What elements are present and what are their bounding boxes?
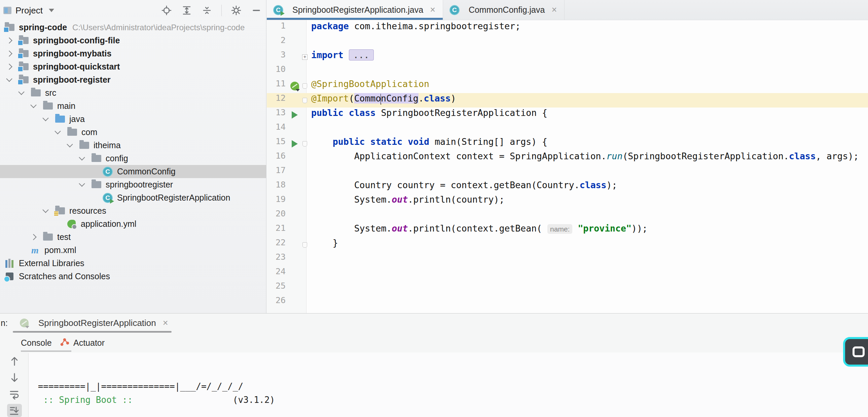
tree-item-main[interactable]: main	[0, 100, 266, 112]
code-text: }	[311, 238, 338, 248]
tree-item-com[interactable]: com	[0, 126, 266, 139]
run-header-row: n: SpringbootRegisterApplication×	[0, 313, 868, 332]
down-stacktrace-icon[interactable]	[7, 371, 22, 384]
line-number: 22	[267, 238, 286, 247]
tree-item-pom-xml[interactable]: mpom.xml	[0, 244, 266, 257]
code-text: Country country = context.getBean(Countr…	[311, 180, 617, 190]
code-text: package com.itheima.springbootregister;	[311, 21, 521, 31]
chevron-expanded-icon[interactable]	[42, 115, 49, 121]
chevron-collapsed-icon[interactable]	[30, 234, 36, 240]
locate-opened-file-icon[interactable]	[161, 5, 172, 16]
project-view-selector[interactable]: Project	[16, 5, 43, 16]
fold-marker-icon[interactable]	[301, 79, 309, 93]
screen-recorder-overlay-button[interactable]	[843, 337, 868, 367]
chevron-expanded-icon[interactable]	[79, 154, 85, 160]
code-line-2: 2	[267, 35, 868, 50]
tree-item-springbootregister[interactable]: springbootregister	[0, 178, 266, 191]
line-number: 14	[267, 122, 286, 132]
run-label: n:	[1, 313, 8, 332]
chevron-expanded-icon[interactable]	[79, 180, 85, 186]
close-icon[interactable]: ×	[430, 5, 435, 15]
editor-tab-commonconfig-java[interactable]: CCommonConfig.java×	[443, 0, 564, 20]
line-number: 3	[267, 50, 286, 60]
tree-item-test[interactable]: test	[0, 231, 266, 244]
line-number: 19	[267, 194, 286, 204]
fold-expand-icon[interactable]: +	[301, 50, 309, 64]
tree-item-springboot-mybatis[interactable]: springboot-mybatis	[0, 47, 266, 60]
close-icon[interactable]: ×	[551, 5, 557, 15]
code-text: @Import(CommonConfig.class)	[311, 93, 456, 104]
run-gutter-icon[interactable]	[288, 107, 301, 122]
tree-item-springboot-config-file[interactable]: springboot-config-file	[0, 34, 266, 47]
tree-item-java[interactable]: java	[0, 112, 266, 126]
chevron-expanded-icon[interactable]	[30, 102, 36, 108]
editor-tab-label: SpringbootRegisterApplication.java	[292, 5, 423, 15]
tree-item-label: test	[57, 232, 71, 242]
chevron-expanded-icon[interactable]	[42, 207, 49, 213]
project-root-path: C:\Users\Administrator\ideaProjects\spri…	[72, 23, 245, 32]
folded-imports[interactable]: ...	[349, 49, 374, 61]
soft-wrap-icon[interactable]	[7, 387, 22, 401]
expand-all-icon[interactable]	[181, 5, 192, 16]
tree-item-springbootregisterapplication[interactable]: CSpringbootRegisterApplication	[0, 191, 266, 204]
package-icon	[79, 140, 90, 151]
chevron-expanded-icon[interactable]	[67, 141, 73, 147]
spring-bean-gutter-icon[interactable]	[288, 79, 301, 93]
tree-item-application-yml[interactable]: application.yml	[0, 217, 266, 231]
tree-item-springboot-register[interactable]: springboot-register	[0, 73, 266, 86]
chevron-collapsed-icon[interactable]	[6, 64, 12, 70]
tree-item-label: resources	[69, 206, 106, 216]
line-number: 17	[267, 165, 286, 175]
code-line-12: 12@Import(CommonConfig.class)	[267, 93, 868, 107]
scroll-to-end-icon[interactable]	[7, 404, 22, 417]
run-tab-underline	[13, 331, 172, 333]
tree-item-spring-code[interactable]: spring-codeC:\Users\Administrator\ideaPr…	[0, 21, 266, 34]
line-number: 10	[267, 64, 286, 74]
code-line-3: 3+import ...	[267, 50, 868, 64]
hide-panel-icon[interactable]	[251, 5, 262, 16]
run-tab-label: SpringbootRegisterApplication	[38, 318, 156, 328]
settings-gear-icon[interactable]	[230, 5, 242, 16]
up-stacktrace-icon[interactable]	[7, 354, 22, 368]
tree-item-resources[interactable]: resources	[0, 204, 266, 217]
toolbar-separator	[221, 5, 222, 16]
chevron-collapsed-icon[interactable]	[6, 50, 12, 57]
parameter-hint: name:	[547, 224, 572, 234]
run-configuration-tab[interactable]: SpringbootRegisterApplication×	[13, 313, 174, 332]
chevron-expanded-icon[interactable]	[6, 76, 12, 82]
module-icon	[18, 62, 29, 72]
tree-item-label: config	[106, 153, 128, 163]
tree-item-commonconfig[interactable]: CCommonConfig	[0, 165, 266, 178]
tree-item-external-libraries[interactable]: External Libraries	[0, 257, 266, 270]
fold-marker-icon[interactable]	[301, 93, 309, 107]
code-text: public static void main(String[] args) {	[311, 136, 547, 147]
code-line-14: 14	[267, 122, 868, 136]
tab-actuator[interactable]: Actuator	[60, 333, 105, 352]
fold-marker-icon[interactable]	[301, 136, 309, 151]
tree-item-label: com	[82, 127, 97, 137]
fold-marker-icon[interactable]	[301, 238, 309, 252]
tree-item-src[interactable]: src	[0, 86, 266, 100]
chevron-expanded-icon[interactable]	[18, 89, 24, 95]
tree-item-label: java	[69, 114, 85, 124]
chevron-expanded-icon[interactable]	[55, 128, 61, 134]
tree-item-itheima[interactable]: itheima	[0, 139, 266, 152]
tree-item-config[interactable]: config	[0, 152, 266, 165]
run-gutter-icon[interactable]	[288, 136, 301, 151]
chevron-collapsed-icon[interactable]	[6, 37, 12, 43]
tab-console[interactable]: Console	[21, 333, 52, 352]
collapse-all-icon[interactable]	[201, 5, 213, 16]
console-output[interactable]: =========|_|==============|___/=/_/_/_/ …	[29, 352, 868, 417]
tree-item-springboot-quickstart[interactable]: springboot-quickstart	[0, 60, 266, 73]
folder-java-icon	[55, 114, 65, 125]
resources-icon	[55, 206, 65, 216]
ide-window: Project spring-c	[0, 0, 868, 417]
close-icon[interactable]: ×	[163, 318, 168, 328]
editor-tab-springbootregisterapplication-java[interactable]: CSpringbootRegisterApplication.java×	[267, 0, 443, 20]
tree-item-scratches-and-consoles[interactable]: Scratches and Consoles	[0, 270, 266, 283]
code-line-20: 20	[267, 209, 868, 223]
code-line-25: 25	[267, 281, 868, 296]
console-tab-label: Actuator	[73, 338, 105, 348]
editor-area[interactable]: CSpringbootRegisterApplication.java×CCom…	[267, 0, 868, 313]
chevron-down-icon[interactable]	[49, 9, 54, 12]
